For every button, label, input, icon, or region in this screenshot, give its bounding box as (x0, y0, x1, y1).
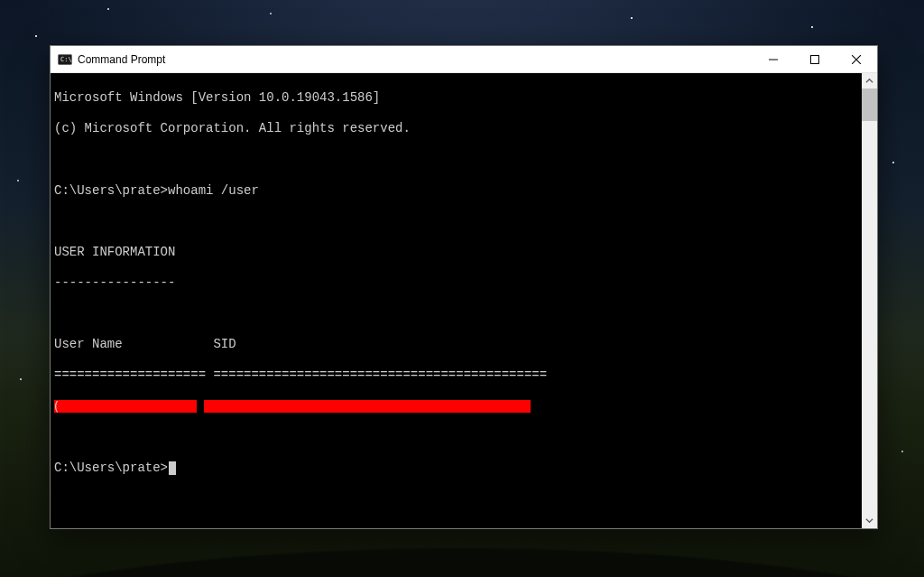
line-copyright: (c) Microsoft Corporation. All rights re… (54, 121, 858, 136)
svg-text:C:\: C:\ (60, 56, 72, 63)
prompt-text: C:\Users\prate> (54, 461, 168, 475)
scroll-thumb[interactable] (862, 88, 877, 121)
line-redacted-values: ( (54, 399, 858, 414)
line-col-header: User Name SID (54, 337, 858, 352)
line-version: Microsoft Windows [Version 10.0.19043.15… (54, 90, 858, 106)
cursor (169, 461, 176, 475)
scroll-up-button[interactable] (862, 73, 877, 88)
svg-rect-3 (811, 55, 819, 63)
svg-rect-2 (769, 59, 778, 60)
redacted-sid (204, 400, 531, 413)
line-section-header: USER INFORMATION (54, 245, 858, 260)
titlebar[interactable]: C:\ Command Prompt (51, 46, 877, 73)
line-section-rule: ---------------- (54, 275, 858, 291)
blank-line (54, 152, 858, 167)
minimize-button[interactable] (753, 46, 794, 73)
client-area: Microsoft Windows [Version 10.0.19043.15… (51, 73, 877, 528)
terminal-output[interactable]: Microsoft Windows [Version 10.0.19043.15… (51, 73, 862, 528)
maximize-button[interactable] (794, 46, 836, 73)
line-col-rule: ==================== ===================… (54, 368, 858, 383)
line-prompt-2: C:\Users\prate> (54, 461, 858, 476)
blank-line (54, 306, 858, 321)
cmd-icon: C:\ (58, 52, 72, 67)
redacted-username: ( (54, 400, 197, 413)
vertical-scrollbar[interactable] (862, 73, 877, 528)
blank-line (54, 430, 858, 445)
blank-line (54, 214, 858, 229)
command-prompt-window: C:\ Command Prompt Microsoft Windows [Ve… (50, 45, 878, 529)
close-button[interactable] (836, 46, 877, 73)
scroll-down-button[interactable] (862, 513, 877, 528)
window-title: Command Prompt (78, 53, 165, 66)
line-prompt-1: C:\Users\prate>whoami /user (54, 183, 858, 199)
